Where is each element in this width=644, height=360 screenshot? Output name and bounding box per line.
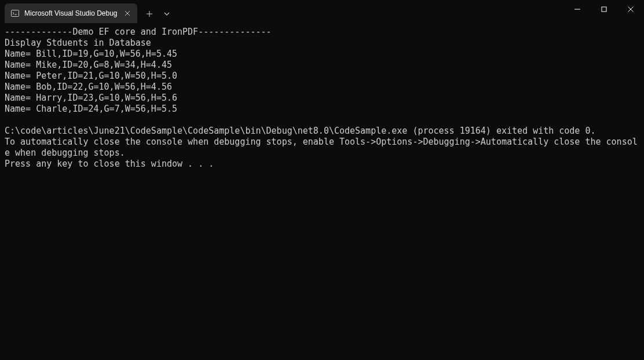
maximize-button[interactable] [591, 0, 617, 19]
terminal-line: Name= Mike,ID=20,G=8,W=34,H=4.45 [5, 60, 639, 71]
terminal-line: -------------Demo EF core and IronPDF---… [5, 27, 639, 38]
svg-rect-7 [602, 7, 606, 12]
terminal-line: C:\code\articles\June21\CodeSample\CodeS… [5, 126, 639, 137]
close-window-button[interactable] [617, 0, 644, 19]
terminal-output[interactable]: -------------Demo EF core and IronPDF---… [0, 23, 644, 173]
terminal-line: Name= Harry,ID=23,G=10,W=56,H=5.6 [5, 93, 639, 104]
tab-dropdown-button[interactable] [158, 5, 175, 23]
terminal-line: Name= Charle,ID=24,G=7,W=56,H=5.5 [5, 104, 639, 115]
terminal-line: To automatically close the console when … [5, 137, 639, 159]
tab-title: Microsoft Visual Studio Debug [24, 9, 118, 17]
new-tab-button[interactable] [141, 5, 158, 23]
terminal-icon [10, 9, 20, 18]
terminal-line: Display Stduents in Database [5, 38, 639, 49]
tabs-area: Microsoft Visual Studio Debug [0, 0, 175, 23]
terminal-line [5, 115, 639, 126]
active-tab[interactable]: Microsoft Visual Studio Debug [5, 3, 137, 23]
svg-rect-0 [12, 10, 19, 17]
terminal-line: Press any key to close this window . . . [5, 159, 639, 170]
minimize-button[interactable] [564, 0, 591, 19]
terminal-line: Name= Bob,ID=22,G=10,W=56,H=4.56 [5, 82, 639, 93]
tab-close-button[interactable] [122, 8, 133, 19]
terminal-line: Name= Bill,ID=19,G=10,W=56,H=5.45 [5, 49, 639, 60]
window-controls [564, 0, 644, 21]
terminal-line: Name= Peter,ID=21,G=10,W=50,H=5.0 [5, 71, 639, 82]
titlebar: Microsoft Visual Studio Debug [0, 0, 644, 23]
